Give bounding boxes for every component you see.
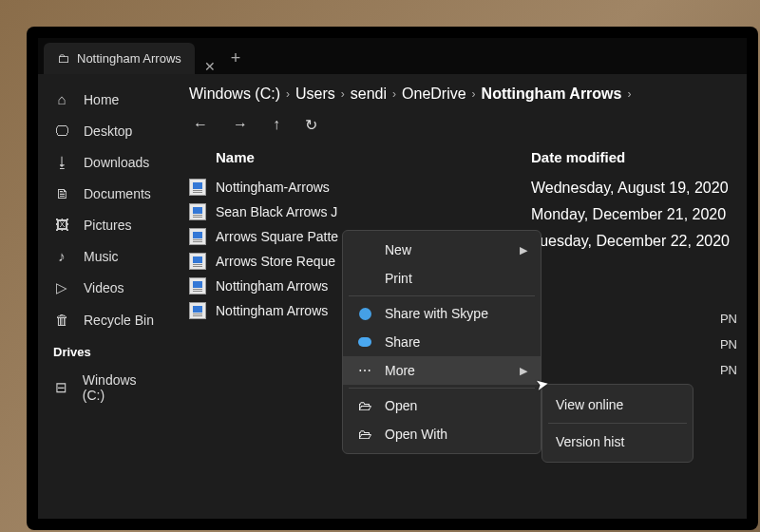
sidebar-label: Home xyxy=(84,92,119,107)
chevron-right-icon: › xyxy=(392,87,396,101)
open-icon: 🗁 xyxy=(356,398,373,413)
back-button[interactable]: ← xyxy=(193,116,208,134)
sidebar-item-drive-c[interactable]: ⊟ Windows (C:) xyxy=(38,365,172,410)
sidebar-label: Desktop xyxy=(84,124,132,139)
sidebar-label: Music xyxy=(84,249,119,264)
partial-text-right: PN PN PN xyxy=(720,312,737,377)
file-name: Nottingham Arrows xyxy=(216,303,328,318)
file-icon xyxy=(189,203,206,220)
file-icon xyxy=(189,302,206,319)
sidebar-item-documents[interactable]: 🗎 Documents xyxy=(38,178,172,209)
submenu-item-view-online[interactable]: View online xyxy=(542,390,693,420)
tab-bar: 🗀 Nottingham Arrows ✕ + xyxy=(38,38,747,74)
file-name: Nottingham-Arrows xyxy=(216,180,330,195)
more-icon: ⋯ xyxy=(356,363,373,378)
menu-separator xyxy=(548,423,687,424)
menu-item-new[interactable]: New ▶ xyxy=(343,236,541,264)
sidebar-item-videos[interactable]: ▷ Videos xyxy=(38,272,172,304)
file-name: Nottingham Arrows xyxy=(216,278,328,294)
chevron-right-icon: › xyxy=(341,87,345,101)
sidebar-label: Videos xyxy=(84,280,124,295)
menu-label: Share xyxy=(385,334,420,350)
menu-label: Share with Skype xyxy=(385,306,488,321)
cloud-icon xyxy=(356,337,373,347)
menu-item-share-skype[interactable]: Share with Skype xyxy=(343,299,541,328)
chevron-right-icon: › xyxy=(472,87,476,101)
tab-title: Nottingham Arrows xyxy=(77,51,181,66)
tab-close-button[interactable]: ✕ xyxy=(199,59,221,74)
menu-separator xyxy=(349,388,535,389)
breadcrumb[interactable]: Windows (C:)› Users› sendi› OneDrive› No… xyxy=(189,86,730,103)
open-icon: 🗁 xyxy=(356,427,373,442)
menu-separator xyxy=(349,295,535,296)
sidebar-item-downloads[interactable]: ⭳ Downloads xyxy=(38,146,172,178)
chevron-right-icon: ▶ xyxy=(520,244,527,256)
column-header-name[interactable]: Name xyxy=(189,143,455,175)
download-icon: ⭳ xyxy=(53,154,70,170)
crumb[interactable]: Windows (C:) xyxy=(189,86,280,103)
folder-icon: 🗀 xyxy=(57,51,69,66)
submenu-item-version-history[interactable]: Version hist xyxy=(542,427,693,457)
nav-toolbar: ← → ↑ ↻ xyxy=(193,116,730,134)
skype-icon xyxy=(356,308,373,320)
file-icon xyxy=(189,277,206,294)
column-header-date[interactable]: Date modified xyxy=(531,143,730,175)
new-tab-button[interactable]: + xyxy=(221,43,251,74)
sidebar-item-recycle-bin[interactable]: 🗑 Recycle Bin xyxy=(38,304,172,335)
crumb[interactable]: sendi xyxy=(351,86,387,103)
sidebar-item-music[interactable]: ♪ Music xyxy=(38,240,172,272)
menu-item-more[interactable]: ⋯ More ▶ xyxy=(343,356,541,385)
menu-label: Open xyxy=(385,398,417,413)
menu-label: Open With xyxy=(385,427,447,442)
refresh-button[interactable]: ↻ xyxy=(305,116,317,134)
file-date: Tuesday, December 22, 2020 xyxy=(531,228,730,255)
file-name: Arrows Store Reque xyxy=(216,254,335,269)
context-menu[interactable]: New ▶ Print Share with Skype Share ⋯ Mor… xyxy=(342,230,542,454)
crumb[interactable]: OneDrive xyxy=(402,86,466,103)
menu-label: Version hist xyxy=(556,434,624,449)
file-row[interactable]: Nottingham-Arrows xyxy=(189,175,455,200)
monitor-icon: 🖵 xyxy=(53,123,70,139)
file-name: Arrows Square Patte xyxy=(216,229,338,244)
sidebar-item-home[interactable]: ⌂ Home xyxy=(38,84,172,115)
menu-item-share[interactable]: Share xyxy=(343,328,541,356)
sidebar-label: Windows (C:) xyxy=(83,372,157,403)
chevron-right-icon: ▶ xyxy=(520,365,527,377)
menu-label: View online xyxy=(556,397,623,412)
home-icon: ⌂ xyxy=(53,91,70,107)
video-icon: ▷ xyxy=(53,279,70,296)
tab-active[interactable]: 🗀 Nottingham Arrows xyxy=(44,43,195,74)
sidebar: ⌂ Home 🖵 Desktop ⭳ Downloads 🗎 Documents… xyxy=(38,74,172,519)
file-date: Wednesday, August 19, 2020 xyxy=(531,175,730,201)
forward-button[interactable]: → xyxy=(233,116,248,134)
submenu[interactable]: View online Version hist xyxy=(542,384,694,463)
music-icon: ♪ xyxy=(53,248,70,264)
file-name: Sean Black Arrows J xyxy=(216,204,337,219)
chevron-right-icon: › xyxy=(286,87,290,101)
menu-label: Print xyxy=(385,271,412,286)
sidebar-label: Documents xyxy=(84,186,151,201)
file-date: Monday, December 21, 2020 xyxy=(531,201,730,228)
menu-item-print[interactable]: Print xyxy=(343,264,541,293)
sidebar-item-pictures[interactable]: 🖾 Pictures xyxy=(38,209,172,240)
monitor-bezel: 🗀 Nottingham Arrows ✕ + ⌂ Home 🖵 Desktop… xyxy=(27,27,758,530)
file-row[interactable]: Sean Black Arrows J xyxy=(189,200,455,224)
menu-label: More xyxy=(385,363,415,378)
drives-section-label: Drives xyxy=(38,335,172,365)
file-icon xyxy=(189,228,206,245)
sidebar-label: Recycle Bin xyxy=(84,313,154,328)
menu-label: New xyxy=(385,242,411,257)
image-icon: 🖾 xyxy=(53,217,70,233)
document-icon: 🗎 xyxy=(53,185,70,201)
sidebar-label: Downloads xyxy=(84,155,149,170)
menu-item-open-with[interactable]: 🗁 Open With xyxy=(343,420,541,448)
trash-icon: 🗑 xyxy=(53,312,70,328)
sidebar-label: Pictures xyxy=(84,218,132,233)
chevron-right-icon: › xyxy=(627,87,631,101)
crumb[interactable]: Users xyxy=(295,86,335,103)
crumb-current[interactable]: Nottingham Arrows xyxy=(482,86,622,103)
sidebar-item-desktop[interactable]: 🖵 Desktop xyxy=(38,115,172,146)
up-button[interactable]: ↑ xyxy=(273,116,280,134)
menu-item-open[interactable]: 🗁 Open xyxy=(343,391,541,420)
drive-icon: ⊟ xyxy=(53,379,69,396)
